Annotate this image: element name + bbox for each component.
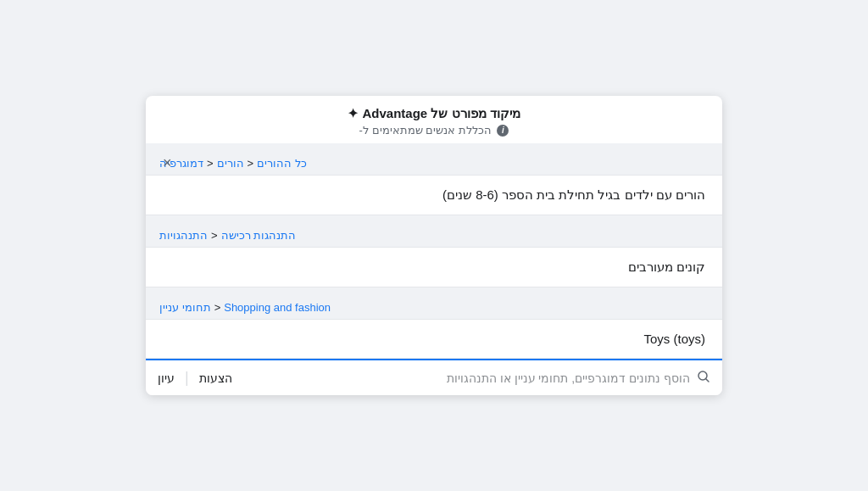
info-icon[interactable]: i	[497, 125, 509, 137]
panel-title: מיקוד מפורט של Advantage ✦	[159, 106, 709, 121]
breadcrumb-link-interests[interactable]: תחומי עניין	[159, 301, 211, 314]
main-panel: מיקוד מפורט של Advantage ✦ i הכללת אנשים…	[146, 96, 722, 396]
breadcrumb-link-purchase-behavior[interactable]: התנהגות רכישה	[221, 229, 297, 242]
subtitle-text: הכללת אנשים שמתאימים ל-	[359, 124, 492, 137]
search-placeholder: הוסף נתונים דמוגרפיים, תחומי עניין או הת…	[447, 371, 690, 385]
breadcrumb-link-shopping-fashion[interactable]: Shopping and fashion	[224, 301, 331, 314]
card-behaviors: קונים מעורבים	[146, 247, 722, 287]
search-icon	[697, 370, 710, 387]
section-interests-header: Shopping and fashion < תחומי עניין	[146, 294, 722, 319]
card-behaviors-text: קונים מעורבים	[628, 259, 705, 274]
browse-button[interactable]: עיון	[158, 371, 175, 385]
close-button[interactable]: ×	[159, 152, 175, 174]
svg-line-1	[706, 378, 709, 382]
main-content: × כל ההורים < הורים < דמוגרפיה הורים עם …	[146, 143, 722, 395]
search-right-side: הצעות | עיון	[158, 369, 232, 387]
breadcrumb-link-all-parents[interactable]: כל ההורים	[257, 157, 307, 170]
separator-1	[146, 215, 722, 222]
card-interests-text: Toys (toys)	[643, 332, 705, 346]
divider: |	[185, 369, 189, 387]
breadcrumb-demographics: כל ההורים < הורים < דמוגרפיה	[159, 157, 307, 170]
section-behaviors: התנהגות רכישה < התנהגויות קונים מעורבים	[146, 222, 722, 287]
separator-2	[146, 287, 722, 294]
breadcrumb-interests: Shopping and fashion < תחומי עניין	[159, 301, 331, 314]
breadcrumb-link-parents[interactable]: הורים	[217, 157, 244, 170]
panel-header: מיקוד מפורט של Advantage ✦ i הכללת אנשים…	[146, 96, 722, 144]
section-interests: Shopping and fashion < תחומי עניין Toys …	[146, 294, 722, 359]
section-demographics: × כל ההורים < הורים < דמוגרפיה הורים עם …	[146, 150, 722, 215]
search-left-side: הוסף נתונים דמוגרפיים, תחומי עניין או הת…	[447, 370, 710, 387]
breadcrumb-behaviors: התנהגות רכישה < התנהגויות	[159, 229, 296, 242]
card-demographics-text: הורים עם ילדים בגיל תחילת בית הספר (8-6 …	[442, 187, 705, 202]
panel-subtitle: i הכללת אנשים שמתאימים ל-	[159, 124, 709, 137]
suggest-button[interactable]: הצעות	[199, 371, 232, 385]
breadcrumb-link-behaviors[interactable]: התנהגויות	[159, 229, 208, 242]
section-demographics-header: × כל ההורים < הורים < דמוגרפיה	[146, 150, 722, 175]
section-behaviors-header: התנהגות רכישה < התנהגויות	[146, 222, 722, 247]
card-demographics: הורים עם ילדים בגיל תחילת בית הספר (8-6 …	[146, 175, 722, 215]
card-interests: Toys (toys)	[146, 319, 722, 359]
search-bar[interactable]: הוסף נתונים דמוגרפיים, תחומי עניין או הת…	[146, 359, 722, 395]
